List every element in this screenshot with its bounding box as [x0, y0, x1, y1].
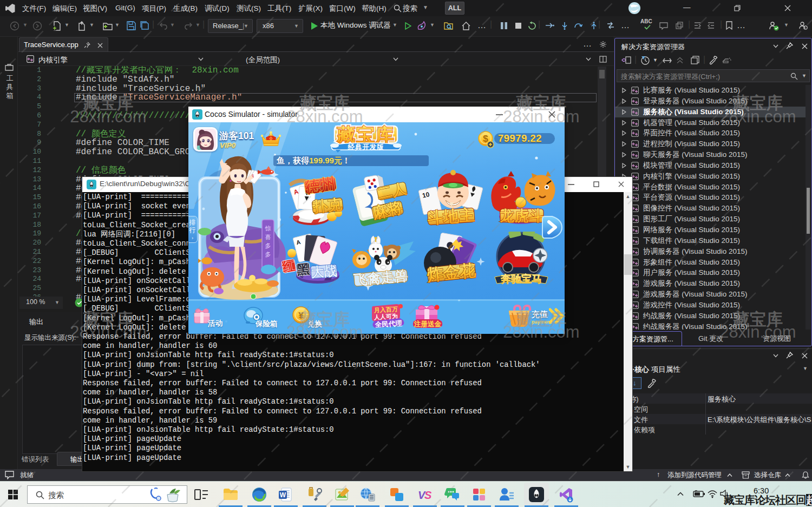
svg-text:S: S — [424, 489, 432, 501]
svg-text:¥: ¥ — [298, 311, 304, 321]
svg-text:W: W — [280, 491, 286, 499]
svg-text:注册送金: 注册送金 — [414, 320, 442, 328]
svg-text:全民代理: 全民代理 — [374, 320, 402, 329]
